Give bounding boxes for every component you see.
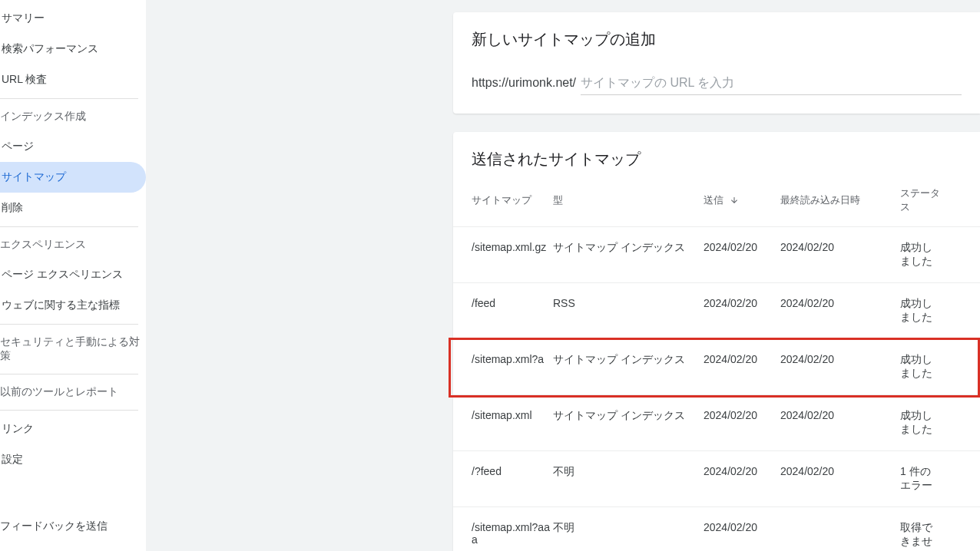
sidebar-item-core-web-vitals[interactable]: ウェブに関する主な指標 bbox=[0, 290, 146, 321]
table-row[interactable]: /sitemap.xmlサイトマップ インデックス2024/02/202024/… bbox=[453, 395, 980, 451]
divider bbox=[0, 410, 138, 411]
cell-status: 成功しました bbox=[900, 283, 940, 339]
cell-type: サイトマップ インデックス bbox=[553, 339, 704, 395]
cell-type: サイトマップ インデックス bbox=[553, 227, 704, 283]
cell-type: 不明 bbox=[553, 507, 704, 552]
sort-desc-icon bbox=[730, 196, 739, 207]
cell-sent: 2024/02/20 bbox=[704, 283, 780, 339]
cell-sitemap-url: /?feed bbox=[453, 451, 553, 507]
table-header-row: サイトマップ 型 送信 最終読み込み日時 ステータス bbox=[453, 177, 980, 227]
sidebar-item-label: サマリー bbox=[2, 12, 45, 25]
col-read[interactable]: 最終読み込み日時 bbox=[780, 177, 900, 227]
sidebar-item-settings[interactable]: 設定 bbox=[0, 444, 146, 475]
sidebar-item-page-experience[interactable]: ページ エクスペリエンス bbox=[0, 259, 146, 290]
sidebar-item-label: ページ bbox=[2, 140, 34, 153]
sidebar-item-label: 検索パフォーマンス bbox=[2, 42, 98, 56]
sidebar-item-url-inspect[interactable]: URL 検査 bbox=[0, 64, 146, 95]
sidebar-item-sitemaps[interactable]: サイトマップ bbox=[0, 162, 146, 193]
divider bbox=[0, 374, 138, 374]
divider bbox=[0, 98, 138, 99]
sitemap-table: サイトマップ 型 送信 最終読み込み日時 ステータス bbox=[453, 177, 980, 551]
cell-read bbox=[780, 507, 900, 552]
col-sitemap[interactable]: サイトマップ bbox=[453, 177, 553, 227]
cell-sitemap-url: /sitemap.xml bbox=[453, 395, 553, 451]
sidebar-section-legacy-tools[interactable]: 以前のツールとレポート bbox=[0, 378, 146, 407]
sidebar-item-links[interactable]: リンク bbox=[0, 414, 146, 444]
sidebar-section-indexing: インデックス作成 bbox=[0, 102, 146, 131]
cell-type: サイトマップ インデックス bbox=[553, 395, 704, 451]
cell-read: 2024/02/20 bbox=[780, 451, 900, 507]
table-row[interactable]: /feedRSS2024/02/202024/02/20成功しました bbox=[453, 283, 980, 339]
col-sent-label: 送信 bbox=[704, 194, 723, 206]
url-prefix: https://urimonk.net/ bbox=[472, 76, 576, 90]
cell-sitemap-url: /feed bbox=[453, 283, 553, 339]
cell-type: 不明 bbox=[553, 451, 704, 507]
cell-sitemap-url: /sitemap.xml?a bbox=[453, 339, 553, 395]
sidebar-section-experience: エクスペリエンス bbox=[0, 230, 146, 259]
sitemap-list-card: 送信されたサイトマップ サイトマップ 型 送信 bbox=[453, 132, 980, 551]
add-sitemap-title: 新しいサイトマップの追加 bbox=[472, 29, 962, 50]
add-sitemap-card: 新しいサイトマップの追加 https://urimonk.net/ bbox=[453, 12, 980, 114]
sidebar-item-removals[interactable]: 削除 bbox=[0, 193, 146, 223]
cell-sent: 2024/02/20 bbox=[704, 507, 780, 552]
cell-status: 成功しました bbox=[900, 395, 940, 451]
table-row[interactable]: /sitemap.xml.gzサイトマップ インデックス2024/02/2020… bbox=[453, 227, 980, 283]
cell-sitemap-url: /sitemap.xml.gz bbox=[453, 227, 553, 283]
cell-read: 2024/02/20 bbox=[780, 395, 900, 451]
sidebar-item-label: ページ エクスペリエンス bbox=[2, 268, 123, 282]
main: 新しいサイトマップの追加 https://urimonk.net/ 送信されたサ… bbox=[146, 0, 980, 551]
sidebar: サイトマップ サマリー 検索パフォーマンス URL 検査 インデックス作成 ペー… bbox=[0, 0, 146, 551]
sidebar-item-label: ウェブに関する主な指標 bbox=[2, 299, 120, 312]
sidebar-item-summary[interactable]: サマリー bbox=[0, 3, 146, 34]
cell-sent: 2024/02/20 bbox=[704, 339, 780, 395]
feedback-label: フィードバックを送信 bbox=[0, 520, 108, 533]
table-row[interactable]: /sitemap.xml?aサイトマップ インデックス2024/02/20202… bbox=[453, 339, 980, 395]
cell-sent: 2024/02/20 bbox=[704, 451, 780, 507]
cell-status: 成功しました bbox=[900, 227, 940, 283]
sidebar-item-search-perf[interactable]: 検索パフォーマンス bbox=[0, 34, 146, 64]
cell-status: 成功しました bbox=[900, 339, 940, 395]
cell-sent: 2024/02/20 bbox=[704, 395, 780, 451]
col-status[interactable]: ステータス bbox=[900, 177, 940, 227]
sidebar-item-label: リンク bbox=[2, 422, 34, 436]
feedback-link[interactable]: フィードバックを送信 bbox=[0, 508, 108, 545]
table-row[interactable]: /?feed不明2024/02/202024/02/201 件のエラー bbox=[453, 451, 980, 507]
sitemap-url-input[interactable] bbox=[581, 73, 962, 95]
col-sent[interactable]: 送信 bbox=[704, 177, 780, 227]
cell-sitemap-url: /sitemap.xml?aaa bbox=[453, 507, 553, 552]
divider bbox=[0, 324, 138, 325]
cell-read: 2024/02/20 bbox=[780, 339, 900, 395]
cell-sent: 2024/02/20 bbox=[704, 227, 780, 283]
table-row[interactable]: /sitemap.xml?aaa不明2024/02/20取得できませ bbox=[453, 507, 980, 552]
cell-type: RSS bbox=[553, 283, 704, 339]
cell-read: 2024/02/20 bbox=[780, 227, 900, 283]
cell-status: 1 件のエラー bbox=[900, 451, 940, 507]
sidebar-item-label: 削除 bbox=[2, 201, 23, 215]
sitemap-list-title: 送信されたサイトマップ bbox=[472, 149, 962, 170]
sidebar-item-pages[interactable]: ページ bbox=[0, 131, 146, 162]
sidebar-item-label: 設定 bbox=[2, 453, 23, 467]
sidebar-item-label: サイトマップ bbox=[2, 170, 66, 184]
divider bbox=[0, 226, 138, 227]
sidebar-section-security[interactable]: セキュリティと手動による対策 bbox=[0, 328, 146, 371]
cell-status: 取得できませ bbox=[900, 507, 940, 552]
sidebar-item-label: URL 検査 bbox=[2, 73, 47, 87]
cell-read: 2024/02/20 bbox=[780, 283, 900, 339]
col-type[interactable]: 型 bbox=[553, 177, 704, 227]
